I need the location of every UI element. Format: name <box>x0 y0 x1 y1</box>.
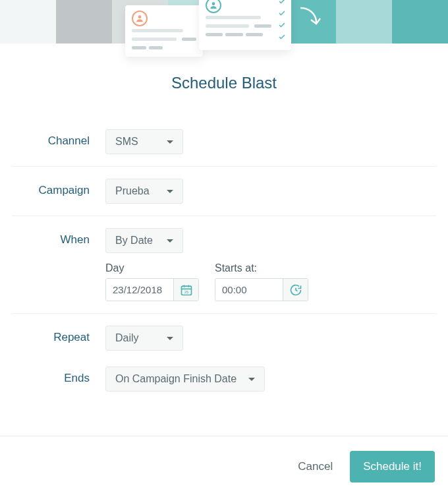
label-when: When <box>12 228 105 247</box>
field-day: Day 25 <box>105 262 199 301</box>
row-when: When By Date Day <box>12 216 436 314</box>
svg-text:25: 25 <box>184 290 188 294</box>
label-day: Day <box>105 262 199 274</box>
row-repeat: Repeat Daily <box>12 314 436 355</box>
submit-button[interactable]: Schedule it! <box>350 451 435 482</box>
label-ends: Ends <box>12 366 105 385</box>
chevron-down-icon <box>167 239 173 243</box>
chevron-down-icon <box>167 190 173 193</box>
row-ends: Ends On Campaign Finish Date <box>12 355 436 395</box>
svg-point-1 <box>212 2 215 5</box>
row-channel: Channel SMS <box>12 117 436 167</box>
channel-value: SMS <box>115 136 138 148</box>
decorative-card-front <box>199 0 291 50</box>
calendar-icon: 25 <box>180 283 193 297</box>
row-campaign: Campaign Prueba <box>12 167 436 216</box>
starts-at-input[interactable] <box>215 279 283 301</box>
check-icon-list <box>278 0 286 41</box>
when-value: By Date <box>115 235 153 247</box>
repeat-value: Daily <box>115 332 139 344</box>
page-title: Schedule Blast <box>12 74 436 92</box>
label-repeat: Repeat <box>12 326 105 344</box>
arrow-curve-icon <box>296 4 323 30</box>
chevron-down-icon <box>167 337 173 340</box>
ends-select[interactable]: On Campaign Finish Date <box>105 366 265 392</box>
modal-body: Schedule Blast Channel SMS Campaign Prue… <box>0 74 448 395</box>
chevron-down-icon <box>167 140 173 144</box>
person-icon <box>132 11 148 26</box>
svg-point-0 <box>138 15 142 18</box>
label-channel: Channel <box>12 129 105 148</box>
field-starts-at: Starts at: <box>215 262 308 301</box>
label-starts-at: Starts at: <box>215 262 308 274</box>
cancel-button[interactable]: Cancel <box>294 453 337 480</box>
when-select[interactable]: By Date <box>105 228 183 253</box>
campaign-select[interactable]: Prueba <box>105 179 183 204</box>
person-icon <box>206 0 221 13</box>
repeat-select[interactable]: Daily <box>105 326 183 351</box>
decorative-card-back <box>125 5 203 57</box>
ends-value: On Campaign Finish Date <box>115 373 237 385</box>
channel-select[interactable]: SMS <box>105 129 183 154</box>
time-button[interactable] <box>283 279 308 301</box>
calendar-button[interactable]: 25 <box>173 279 198 301</box>
clock-refresh-icon <box>289 283 302 297</box>
day-input[interactable] <box>106 279 173 301</box>
modal-footer: Cancel Schedule it! <box>0 436 448 497</box>
campaign-value: Prueba <box>115 185 150 197</box>
header-banner <box>0 0 448 44</box>
label-campaign: Campaign <box>12 179 105 197</box>
chevron-down-icon <box>248 378 255 381</box>
